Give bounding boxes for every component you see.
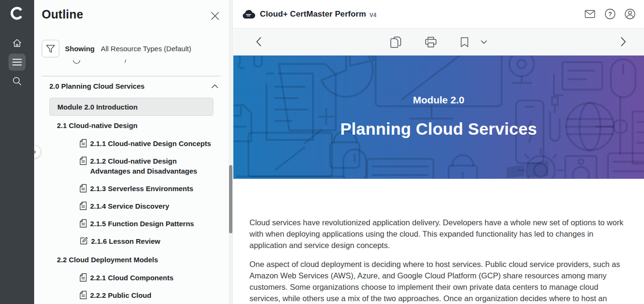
document-icon <box>80 157 87 165</box>
paragraph: One aspect of cloud deployment is decidi… <box>249 258 630 304</box>
document-icon <box>80 291 87 299</box>
tree-item-2-1-2[interactable]: 2.1.2 Cloud-native Design Advantages and… <box>42 156 218 176</box>
clipped-tree-item[interactable] <box>67 57 172 65</box>
bookmark-options-chevron-icon[interactable] <box>481 40 487 44</box>
back-arrow-icon[interactable] <box>256 37 261 46</box>
tree-item-2-1-5[interactable]: 2.1.5 Function Design Patterns <box>42 219 218 229</box>
tree-item-2-1-1[interactable]: 2.1.1 Cloud-native Design Concepts <box>42 138 218 148</box>
main-area: Cloud+ CertMaster Perform V4 ? <box>233 0 644 304</box>
left-rail <box>0 0 34 304</box>
help-icon[interactable]: ? <box>604 9 616 20</box>
mail-icon[interactable] <box>584 9 596 20</box>
filter-funnel-icon[interactable] <box>42 40 59 57</box>
cloud-product-icon <box>242 9 255 19</box>
product-title: Cloud+ CertMaster Perform <box>260 9 366 19</box>
tree-item-2-2[interactable]: 2.2 Cloud Deployment Models <box>57 255 218 265</box>
tree-item-label: 2.2.1 Cloud Components <box>90 273 174 283</box>
forward-arrow-icon[interactable] <box>621 37 626 46</box>
document-icon <box>80 219 87 228</box>
tree-item-2-1[interactable]: 2.1 Cloud-native Design <box>57 120 218 131</box>
bookmark-icon[interactable] <box>460 37 469 47</box>
filter-value: All Resource Types (Default) <box>101 45 192 53</box>
filter-row: Showing All Resource Types (Default) <box>42 40 191 57</box>
comptia-logo[interactable] <box>9 6 25 21</box>
header-actions: ? <box>584 9 635 20</box>
banner-module-label: Module 2.0 <box>233 94 644 106</box>
close-icon[interactable] <box>210 10 220 21</box>
tree-item-label: 2.2.2 Public Cloud <box>90 290 151 300</box>
print-icon[interactable] <box>425 37 437 47</box>
tree-item-2-1-6[interactable]: 2.1.6 Lesson Review <box>42 236 218 246</box>
tree-item-label: 2.1.3 Serverless Environments <box>90 184 193 193</box>
tree-item-label: 2.2 Cloud Deployment Models <box>57 256 158 264</box>
outline-tree: 2.0 Planning Cloud Services Module 2.0 I… <box>34 76 229 304</box>
tree-item-label: 2.1.4 Service Discovery <box>90 201 169 211</box>
panel-scrollbar-track[interactable] <box>229 0 232 304</box>
outline-menu-icon[interactable] <box>9 54 26 71</box>
tech-pattern-decoration <box>233 55 644 179</box>
svg-text:?: ? <box>608 11 612 18</box>
chevron-up-icon[interactable] <box>212 84 218 88</box>
tree-item-label: Module 2.0 Introduction <box>57 103 138 111</box>
tree-item-label: 2.1.5 Function Design Patterns <box>90 219 194 229</box>
product-header: Cloud+ CertMaster Perform V4 ? <box>233 0 644 28</box>
tree-item-2-1-4[interactable]: 2.1.4 Service Discovery <box>42 201 218 211</box>
module-banner: Module 2.0 Planning Cloud Services <box>233 55 644 179</box>
tree-item-label: 2.1.1 Cloud-native Design Concepts <box>90 138 211 148</box>
lesson-content: Cloud services have revolutionized appli… <box>233 179 644 304</box>
tree-section-label: 2.0 Planning Cloud Services <box>42 82 145 90</box>
document-icon <box>80 273 87 282</box>
panel-title: Outline <box>42 8 83 21</box>
tree-item-2-1-3[interactable]: 2.1.3 Serverless Environments <box>42 184 218 193</box>
lesson-review-icon <box>80 237 88 245</box>
document-icon <box>80 184 87 193</box>
filter-showing-label: Showing <box>65 45 95 53</box>
panel-scrollbar-thumb[interactable] <box>229 165 232 233</box>
tree-item-label: 2.1 Cloud-native Design <box>57 121 138 129</box>
tree-item-2-2-2[interactable]: 2.2.2 Public Cloud <box>42 290 218 300</box>
toolbar-actions <box>390 28 487 55</box>
product-version: V4 <box>369 10 377 18</box>
outline-panel: Outline Showing All Resource Types (Defa… <box>34 0 233 304</box>
account-icon[interactable] <box>624 9 635 20</box>
tree-item-2-2-1[interactable]: 2.2.1 Cloud Components <box>42 273 218 283</box>
home-icon[interactable] <box>9 35 26 52</box>
paragraph: Cloud services have revolutionized appli… <box>249 217 630 251</box>
search-icon[interactable] <box>9 73 26 90</box>
document-icon <box>80 202 87 210</box>
tree-item-module-2-0-introduction[interactable]: Module 2.0 Introduction <box>49 98 213 116</box>
copy-icon[interactable] <box>390 37 401 48</box>
document-icon <box>80 139 87 147</box>
tree-item-label: 2.1.6 Lesson Review <box>91 236 160 246</box>
tree-item-label: 2.1.2 Cloud-native Design Advantages and… <box>90 156 214 176</box>
content-toolbar <box>233 28 644 55</box>
banner-title: Planning Cloud Services <box>233 120 644 138</box>
app-window: Outline Showing All Resource Types (Defa… <box>0 0 644 304</box>
tree-section-2-0[interactable]: 2.0 Planning Cloud Services <box>42 82 218 90</box>
